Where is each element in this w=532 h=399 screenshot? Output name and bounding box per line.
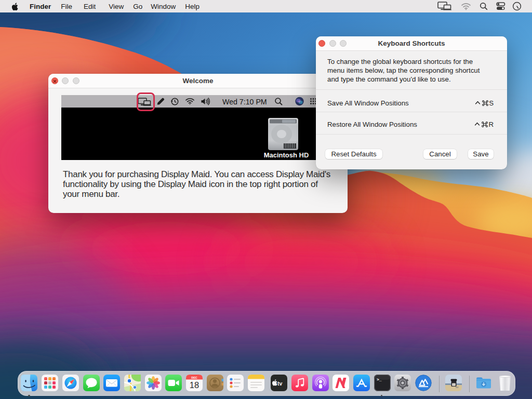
svg-text:>_: >_ [377,377,382,381]
svg-text:tv: tv [277,380,282,387]
svg-text:Macintosh HD: Macintosh HD [264,151,309,159]
svg-text:DEC: DEC [191,376,197,379]
svg-text:18: 18 [190,380,199,390]
svg-text:Wed 7:10 PM: Wed 7:10 PM [222,98,267,106]
